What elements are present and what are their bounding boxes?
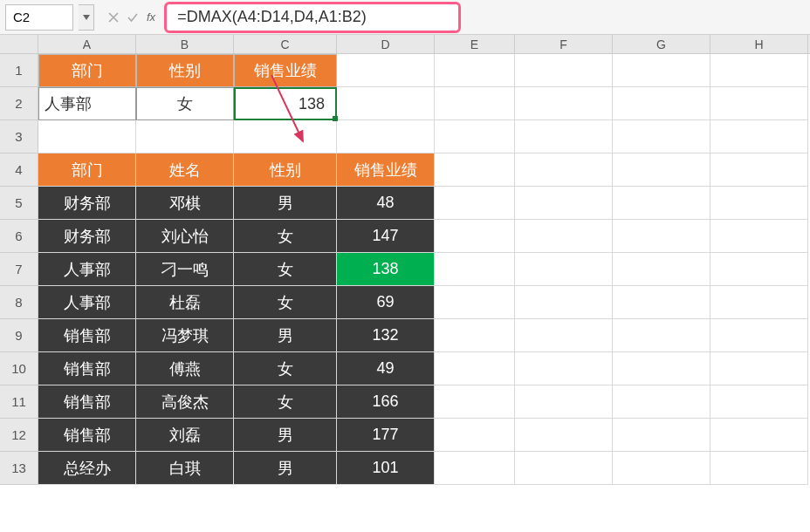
cell-C3[interactable]: [234, 120, 337, 153]
row-header-5[interactable]: 5: [0, 187, 38, 220]
cell-C12[interactable]: 男: [234, 419, 337, 452]
cell-G6[interactable]: [613, 220, 710, 253]
col-header-A[interactable]: A: [38, 35, 136, 53]
fx-icon[interactable]: fx: [147, 10, 155, 24]
col-header-B[interactable]: B: [136, 35, 234, 53]
cell-G12[interactable]: [613, 419, 710, 452]
cell-G1[interactable]: [613, 54, 710, 87]
cell-B7[interactable]: 刁一鸣: [136, 253, 234, 286]
cell-E6[interactable]: [435, 220, 515, 253]
cell-D10[interactable]: 49: [337, 352, 435, 385]
cell-D5[interactable]: 48: [337, 187, 435, 220]
cell-H3[interactable]: [710, 120, 808, 153]
row-header-1[interactable]: 1: [0, 54, 38, 87]
cell-F12[interactable]: [515, 419, 613, 452]
cell-H9[interactable]: [710, 319, 808, 352]
cell-F5[interactable]: [515, 187, 613, 220]
cell-H13[interactable]: [710, 452, 808, 485]
cell-C9[interactable]: 男: [234, 319, 337, 352]
row-header-6[interactable]: 6: [0, 220, 38, 253]
cell-H10[interactable]: [710, 352, 808, 385]
row-header-8[interactable]: 8: [0, 286, 38, 319]
cell-E9[interactable]: [435, 319, 515, 352]
cell-G13[interactable]: [613, 452, 710, 485]
cell-F6[interactable]: [515, 220, 613, 253]
row-header-9[interactable]: 9: [0, 319, 38, 352]
cell-G10[interactable]: [613, 352, 710, 385]
row-header-12[interactable]: 12: [0, 419, 38, 452]
cell-H8[interactable]: [710, 286, 808, 319]
formula-bar[interactable]: =DMAX(A4:D14,D4,A1:B2): [164, 2, 461, 33]
cell-A6[interactable]: 财务部: [38, 220, 136, 253]
cell-C10[interactable]: 女: [234, 352, 337, 385]
col-header-D[interactable]: D: [337, 35, 435, 53]
accept-formula-button[interactable]: [124, 8, 141, 27]
select-all-corner[interactable]: [0, 35, 38, 53]
cell-E12[interactable]: [435, 419, 515, 452]
cell-A11[interactable]: 销售部: [38, 385, 136, 419]
cell-C11[interactable]: 女: [234, 385, 337, 419]
cell-D3[interactable]: [337, 120, 435, 153]
cell-H11[interactable]: [710, 385, 808, 419]
cell-B13[interactable]: 白琪: [136, 452, 234, 485]
cell-H5[interactable]: [710, 187, 808, 220]
cell-E8[interactable]: [435, 286, 515, 319]
cell-B2[interactable]: 女: [136, 87, 234, 120]
cell-D2[interactable]: [337, 87, 435, 120]
cell-F10[interactable]: [515, 352, 613, 385]
cell-D13[interactable]: 101: [337, 452, 435, 485]
cell-G7[interactable]: [613, 253, 710, 286]
cell-B8[interactable]: 杜磊: [136, 286, 234, 319]
cell-F8[interactable]: [515, 286, 613, 319]
cell-F11[interactable]: [515, 385, 613, 419]
row-header-2[interactable]: 2: [0, 87, 38, 120]
cell-D6[interactable]: 147: [337, 220, 435, 253]
cell-E7[interactable]: [435, 253, 515, 286]
cell-G11[interactable]: [613, 385, 710, 419]
cell-F3[interactable]: [515, 120, 613, 153]
row-header-3[interactable]: 3: [0, 120, 38, 153]
cell-A5[interactable]: 财务部: [38, 187, 136, 220]
cell-H4[interactable]: [710, 153, 808, 187]
col-header-C[interactable]: C: [234, 35, 337, 53]
col-header-G[interactable]: G: [613, 35, 710, 53]
cell-C13[interactable]: 男: [234, 452, 337, 485]
row-header-7[interactable]: 7: [0, 253, 38, 286]
cell-D12[interactable]: 177: [337, 419, 435, 452]
cell-E1[interactable]: [435, 54, 515, 87]
cell-E5[interactable]: [435, 187, 515, 220]
cell-C8[interactable]: 女: [234, 286, 337, 319]
cell-B10[interactable]: 傅燕: [136, 352, 234, 385]
cell-D11[interactable]: 166: [337, 385, 435, 419]
cell-B3[interactable]: [136, 120, 234, 153]
cell-F1[interactable]: [515, 54, 613, 87]
cell-E2[interactable]: [435, 87, 515, 120]
cell-B1[interactable]: 性别: [136, 54, 234, 87]
cell-E11[interactable]: [435, 385, 515, 419]
cell-A2[interactable]: 人事部: [38, 87, 136, 120]
cell-D7[interactable]: 138: [337, 253, 435, 286]
cell-F7[interactable]: [515, 253, 613, 286]
cell-C6[interactable]: 女: [234, 220, 337, 253]
cell-A3[interactable]: [38, 120, 136, 153]
cell-G2[interactable]: [613, 87, 710, 120]
cell-A8[interactable]: 人事部: [38, 286, 136, 319]
cell-E3[interactable]: [435, 120, 515, 153]
cell-C7[interactable]: 女: [234, 253, 337, 286]
cell-H12[interactable]: [710, 419, 808, 452]
cell-B6[interactable]: 刘心怡: [136, 220, 234, 253]
cell-A4[interactable]: 部门: [38, 153, 136, 187]
cell-H7[interactable]: [710, 253, 808, 286]
cell-A12[interactable]: 销售部: [38, 419, 136, 452]
cell-D9[interactable]: 132: [337, 319, 435, 352]
cell-F13[interactable]: [515, 452, 613, 485]
cell-C2-selected[interactable]: 138: [234, 87, 337, 120]
cell-G9[interactable]: [613, 319, 710, 352]
cell-H2[interactable]: [710, 87, 808, 120]
cell-D1[interactable]: [337, 54, 435, 87]
cell-B5[interactable]: 邓棋: [136, 187, 234, 220]
cell-B9[interactable]: 冯梦琪: [136, 319, 234, 352]
cell-E13[interactable]: [435, 452, 515, 485]
cell-B4[interactable]: 姓名: [136, 153, 234, 187]
name-box-dropdown[interactable]: [79, 4, 94, 31]
